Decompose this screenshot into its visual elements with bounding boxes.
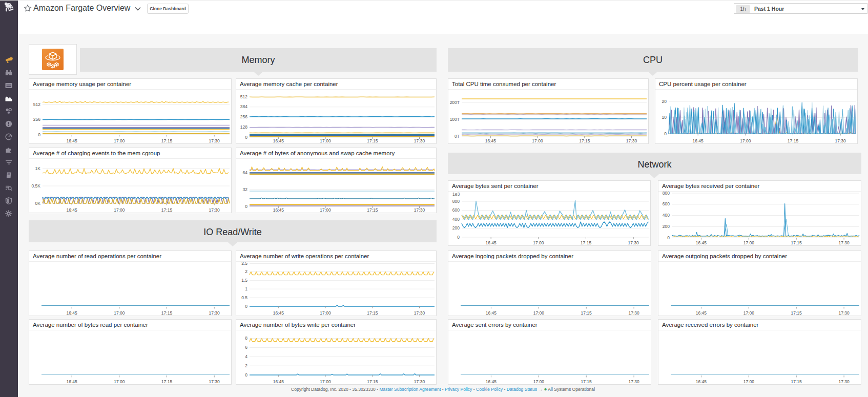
svg-text:4: 4 — [245, 354, 247, 359]
svg-text:0T: 0T — [454, 134, 460, 139]
svg-text:17:15: 17:15 — [367, 310, 378, 315]
svg-text:0: 0 — [245, 372, 247, 378]
svg-text:10: 10 — [662, 115, 667, 120]
svg-text:17:00: 17:00 — [533, 379, 545, 384]
svg-text:17:15: 17:15 — [788, 138, 799, 143]
svg-text:17:30: 17:30 — [209, 138, 220, 143]
svg-text:16:45: 16:45 — [486, 310, 497, 315]
svg-text:17:00: 17:00 — [740, 138, 751, 143]
svg-text:0: 0 — [667, 235, 670, 240]
svg-text:17:15: 17:15 — [581, 240, 592, 245]
svg-text:0: 0 — [245, 204, 247, 209]
svg-text:17:15: 17:15 — [367, 207, 378, 212]
svg-text:2: 2 — [245, 363, 247, 368]
svg-text:17:15: 17:15 — [791, 240, 802, 245]
svg-text:17:15: 17:15 — [581, 379, 592, 384]
svg-text:256: 256 — [33, 117, 40, 122]
svg-text:17:00: 17:00 — [533, 310, 545, 315]
svg-text:0.5: 0.5 — [241, 295, 247, 300]
svg-text:16:45: 16:45 — [273, 379, 284, 384]
svg-text:17:15: 17:15 — [161, 379, 173, 384]
svg-text:17:15: 17:15 — [791, 379, 802, 384]
svg-text:16:45: 16:45 — [273, 138, 284, 143]
svg-text:17:00: 17:00 — [320, 207, 331, 212]
svg-text:17:30: 17:30 — [838, 310, 850, 315]
svg-text:17:00: 17:00 — [533, 240, 544, 245]
svg-text:17:30: 17:30 — [835, 138, 846, 143]
svg-text:16:45: 16:45 — [486, 379, 497, 384]
svg-text:16:45: 16:45 — [273, 310, 284, 315]
svg-text:16:45: 16:45 — [67, 207, 78, 212]
svg-text:2.5: 2.5 — [241, 262, 247, 266]
svg-text:17:30: 17:30 — [209, 310, 220, 315]
svg-text:17:15: 17:15 — [791, 310, 802, 315]
svg-text:17:00: 17:00 — [743, 310, 755, 315]
svg-text:600: 600 — [663, 201, 670, 206]
svg-text:17:15: 17:15 — [579, 138, 590, 143]
svg-text:100T: 100T — [450, 117, 460, 122]
svg-text:8: 8 — [245, 336, 247, 341]
svg-text:17:30: 17:30 — [414, 138, 425, 143]
svg-text:17:00: 17:00 — [114, 310, 125, 315]
svg-text:16:45: 16:45 — [67, 379, 78, 384]
svg-text:17:15: 17:15 — [367, 379, 378, 384]
svg-text:1K: 1K — [35, 166, 41, 171]
svg-text:17:15: 17:15 — [161, 310, 173, 315]
svg-text:17:30: 17:30 — [414, 379, 425, 384]
svg-text:16:45: 16:45 — [696, 310, 707, 315]
svg-text:16:45: 16:45 — [486, 240, 497, 245]
svg-text:17:00: 17:00 — [320, 310, 331, 315]
svg-text:17:30: 17:30 — [838, 240, 850, 245]
svg-text:17:00: 17:00 — [114, 379, 125, 384]
svg-text:17:00: 17:00 — [743, 379, 755, 384]
svg-text:16:45: 16:45 — [696, 240, 707, 245]
svg-text:0K: 0K — [35, 201, 41, 206]
svg-text:17:30: 17:30 — [414, 207, 425, 212]
svg-text:200: 200 — [452, 225, 460, 231]
svg-text:17:00: 17:00 — [532, 138, 543, 143]
svg-text:17:00: 17:00 — [114, 138, 125, 143]
svg-text:16:45: 16:45 — [696, 379, 707, 384]
svg-text:128: 128 — [240, 124, 247, 130]
svg-text:800: 800 — [452, 199, 460, 204]
svg-text:400: 400 — [663, 213, 670, 218]
svg-text:16:45: 16:45 — [273, 207, 284, 212]
svg-text:17:30: 17:30 — [209, 379, 220, 384]
svg-text:0: 0 — [245, 304, 247, 309]
svg-text:600: 600 — [452, 207, 460, 213]
svg-text:16:45: 16:45 — [67, 138, 78, 143]
svg-text:17:15: 17:15 — [367, 138, 378, 143]
svg-text:200: 200 — [663, 224, 670, 229]
svg-text:0: 0 — [457, 235, 460, 240]
svg-text:512: 512 — [240, 94, 247, 99]
svg-text:17:00: 17:00 — [320, 379, 331, 384]
svg-text:17:00: 17:00 — [114, 207, 125, 212]
svg-text:17:00: 17:00 — [320, 138, 331, 143]
svg-text:200T: 200T — [450, 100, 460, 105]
svg-text:20: 20 — [662, 99, 667, 104]
svg-text:0.5K: 0.5K — [32, 183, 41, 189]
svg-text:17:30: 17:30 — [628, 379, 639, 384]
svg-text:17:30: 17:30 — [209, 207, 220, 212]
svg-text:384: 384 — [240, 104, 247, 109]
svg-text:1: 1 — [245, 286, 247, 291]
svg-text:16:45: 16:45 — [485, 138, 497, 143]
svg-text:800: 800 — [663, 192, 670, 196]
svg-text:17:15: 17:15 — [161, 138, 173, 143]
svg-text:17:30: 17:30 — [628, 240, 639, 245]
svg-text:0: 0 — [664, 131, 667, 136]
svg-text:2: 2 — [245, 269, 247, 274]
svg-text:17:30: 17:30 — [414, 310, 425, 315]
svg-text:16:45: 16:45 — [67, 310, 78, 315]
svg-text:6: 6 — [245, 345, 247, 350]
svg-text:17:30: 17:30 — [838, 379, 850, 384]
svg-text:17:00: 17:00 — [743, 240, 755, 245]
svg-text:64: 64 — [243, 170, 248, 175]
svg-text:0: 0 — [245, 135, 247, 140]
svg-text:0: 0 — [38, 132, 40, 137]
svg-text:17:30: 17:30 — [628, 310, 639, 315]
svg-text:1.5: 1.5 — [241, 278, 247, 283]
svg-text:17:30: 17:30 — [626, 138, 637, 143]
svg-text:16:45: 16:45 — [693, 138, 704, 143]
svg-text:512: 512 — [33, 102, 40, 107]
